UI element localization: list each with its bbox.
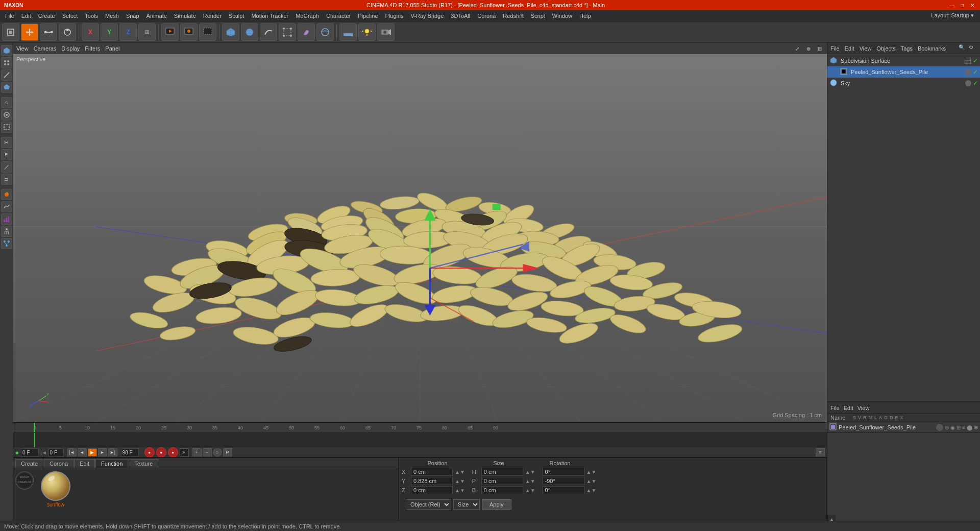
attr-vis-icon1[interactable] bbox=[936, 424, 943, 431]
x-rotation-input[interactable] bbox=[543, 468, 584, 476]
tool-select-all[interactable]: S bbox=[1, 97, 12, 108]
tool-extrude[interactable]: E bbox=[1, 149, 12, 160]
menu-file[interactable]: File bbox=[2, 12, 17, 20]
tool-knife[interactable]: ✂ bbox=[1, 137, 12, 148]
menu-window[interactable]: Window bbox=[549, 12, 575, 20]
record-scale-button[interactable]: ● bbox=[168, 447, 178, 457]
environment-button[interactable] bbox=[316, 23, 334, 41]
obj-menu-edit[interactable]: Edit bbox=[845, 45, 854, 52]
tool-points[interactable] bbox=[1, 57, 12, 68]
y-position-input[interactable] bbox=[411, 477, 453, 485]
x-pos-arrow[interactable]: ▲▼ bbox=[455, 469, 465, 475]
viewport-menu-filters[interactable]: Filters bbox=[85, 45, 100, 52]
search-icon[interactable]: 🔍 bbox=[959, 44, 967, 53]
nurbs-button[interactable] bbox=[279, 23, 296, 41]
viewport-menu-view[interactable]: View bbox=[16, 45, 29, 52]
menu-vray[interactable]: V-Ray Bridge bbox=[408, 12, 447, 20]
y-size-arrow[interactable]: ▲▼ bbox=[525, 478, 535, 484]
menu-edit[interactable]: Edit bbox=[18, 12, 34, 20]
timeline-options[interactable]: ≡ bbox=[816, 448, 825, 456]
z-axis-button[interactable]: Z bbox=[119, 23, 137, 41]
tool-rect-select[interactable] bbox=[1, 122, 12, 133]
z-size-arrow[interactable]: ▲▼ bbox=[525, 488, 535, 493]
menu-snap[interactable]: Snap bbox=[123, 12, 142, 20]
record-pos-button[interactable]: ● bbox=[144, 447, 155, 457]
x-axis-button[interactable]: X bbox=[82, 23, 99, 41]
obj-menu-view[interactable]: View bbox=[860, 45, 872, 52]
obj-sky-check[interactable]: ✓ bbox=[973, 80, 978, 87]
scale-tool-button[interactable] bbox=[40, 23, 57, 41]
obj-menu-file[interactable]: File bbox=[830, 45, 840, 52]
minimize-button[interactable]: — bbox=[948, 2, 955, 9]
timeline-key-circle[interactable]: ○ bbox=[213, 448, 222, 456]
x-size-input[interactable] bbox=[481, 468, 523, 476]
auto-key-button[interactable]: P bbox=[180, 448, 189, 456]
z-position-input[interactable] bbox=[411, 486, 453, 494]
render-region-button[interactable] bbox=[199, 23, 216, 41]
tool-mograph[interactable] bbox=[1, 213, 12, 225]
menu-pipeline[interactable]: Pipeline bbox=[355, 12, 381, 20]
render-button[interactable] bbox=[161, 23, 179, 41]
tool-brush[interactable] bbox=[1, 161, 12, 173]
lights-button[interactable] bbox=[358, 23, 376, 41]
attr-menu-view[interactable]: View bbox=[857, 405, 870, 411]
y-rot-arrow[interactable]: ▲▼ bbox=[586, 478, 597, 484]
material-preview[interactable] bbox=[41, 471, 70, 501]
menu-3dtoall[interactable]: 3DToAll bbox=[448, 12, 473, 20]
move-tool-button[interactable] bbox=[21, 23, 38, 41]
obj-peeled-sunflower[interactable]: Peeled_Sunflower_Seeds_Pile ✓ bbox=[827, 66, 980, 78]
play-button[interactable]: ▶ bbox=[88, 448, 97, 456]
viewport-menu-cameras[interactable]: Cameras bbox=[34, 45, 57, 52]
rotate-tool-button[interactable] bbox=[59, 23, 76, 41]
obj-sky[interactable]: Sky ✓ bbox=[827, 78, 980, 89]
menu-script[interactable]: Script bbox=[528, 12, 548, 20]
y-pos-arrow[interactable]: ▲▼ bbox=[455, 478, 465, 484]
prev-frame-button[interactable]: ◄ bbox=[78, 448, 87, 456]
y-axis-button[interactable]: Y bbox=[101, 23, 118, 41]
menu-character[interactable]: Character bbox=[323, 12, 354, 20]
timeline-del-key[interactable]: − bbox=[203, 448, 212, 456]
render-view-button[interactable] bbox=[180, 23, 198, 41]
timeline-mode[interactable]: P bbox=[223, 448, 232, 456]
obj-menu-objects[interactable]: Objects bbox=[876, 45, 895, 52]
y-rotation-input[interactable] bbox=[543, 477, 584, 485]
menu-sculpt[interactable]: Sculpt bbox=[226, 12, 248, 20]
sphere-button[interactable] bbox=[241, 23, 258, 41]
attr-vis-icon5[interactable]: ≡ bbox=[962, 425, 965, 430]
menu-tools[interactable]: Tools bbox=[82, 12, 101, 20]
world-space-button[interactable]: ⊞ bbox=[138, 23, 156, 41]
close-button[interactable]: ✕ bbox=[969, 2, 976, 9]
tool-live-select[interactable] bbox=[1, 109, 12, 120]
viewport[interactable]: View Cameras Display Filters Panel ⤢ ⊕ ⊞ bbox=[13, 43, 827, 422]
camera-button[interactable] bbox=[377, 23, 395, 41]
viewport-layout-icon[interactable]: ⊞ bbox=[816, 44, 824, 53]
z-rotation-input[interactable] bbox=[543, 486, 584, 494]
menu-select[interactable]: Select bbox=[59, 12, 81, 20]
tab-edit[interactable]: Edit bbox=[74, 459, 95, 468]
viewport-zoom-icon[interactable]: ⊕ bbox=[804, 44, 813, 53]
menu-render[interactable]: Render bbox=[200, 12, 225, 20]
attr-menu-edit[interactable]: Edit bbox=[844, 405, 853, 411]
attr-vis-icon6[interactable]: ⬤ bbox=[967, 425, 972, 430]
tool-edges[interactable] bbox=[1, 69, 12, 81]
viewport-menu-panel[interactable]: Panel bbox=[105, 45, 119, 52]
tool-sculpt[interactable] bbox=[1, 201, 12, 212]
go-end-button[interactable]: ►| bbox=[108, 448, 117, 456]
go-start-button[interactable]: |◄ bbox=[67, 448, 77, 456]
tab-texture[interactable]: Texture bbox=[129, 459, 158, 468]
maximize-button[interactable]: □ bbox=[959, 2, 966, 9]
x-position-input[interactable] bbox=[411, 468, 453, 476]
menu-help[interactable]: Help bbox=[576, 12, 594, 20]
tool-object-mode[interactable] bbox=[1, 45, 12, 56]
menu-corona[interactable]: Corona bbox=[474, 12, 499, 20]
menu-redshift[interactable]: Redshift bbox=[500, 12, 526, 20]
end-frame-input[interactable] bbox=[121, 448, 139, 456]
z-pos-arrow[interactable]: ▲▼ bbox=[455, 488, 465, 493]
x-size-arrow[interactable]: ▲▼ bbox=[525, 469, 535, 475]
model-mode-button[interactable] bbox=[2, 23, 19, 41]
z-rot-arrow[interactable]: ▲▼ bbox=[586, 488, 597, 493]
attr-vis-icon2[interactable]: ⊕ bbox=[945, 425, 949, 430]
viewport-menu-display[interactable]: Display bbox=[61, 45, 80, 52]
attr-vis-icon4[interactable]: ⊞ bbox=[957, 425, 961, 430]
apply-button[interactable]: Apply bbox=[482, 499, 511, 510]
